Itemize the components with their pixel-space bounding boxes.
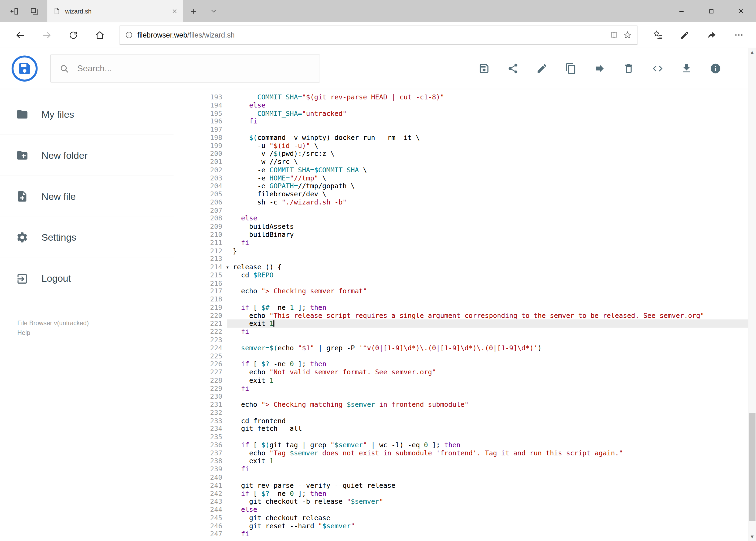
code-line-text[interactable]: sh -c "./wizard.sh -b" bbox=[227, 198, 748, 206]
code-line-text[interactable] bbox=[227, 473, 748, 481]
maximize-button[interactable] bbox=[696, 0, 726, 22]
code-line[interactable]: 227 echo "Not valid semver format. See s… bbox=[195, 368, 748, 376]
address-bar[interactable]: filebrowser.web/files/wizard.sh bbox=[120, 25, 637, 45]
move-button[interactable] bbox=[586, 54, 614, 83]
code-line[interactable]: 217 echo "> Checking semver format" bbox=[195, 287, 748, 295]
web-note-button[interactable] bbox=[671, 22, 698, 48]
code-line-text[interactable]: filebrowser/dev \ bbox=[227, 190, 748, 198]
code-line-text[interactable]: fi bbox=[227, 384, 748, 392]
tab-close-button[interactable] bbox=[172, 8, 177, 14]
back-button[interactable] bbox=[7, 22, 33, 48]
code-line-text[interactable]: if [ $# -ne 1 ]; then bbox=[227, 303, 748, 311]
code-line-text[interactable]: -v /$(pwd):/src:z \ bbox=[227, 150, 748, 158]
edit-button[interactable] bbox=[527, 54, 556, 83]
line-number[interactable]: 223 bbox=[195, 336, 227, 344]
code-line[interactable]: 197 bbox=[195, 126, 748, 134]
home-button[interactable] bbox=[86, 22, 113, 48]
line-number[interactable]: 211 bbox=[195, 239, 227, 247]
line-number[interactable]: 207 bbox=[195, 206, 227, 215]
line-number[interactable]: 203 bbox=[195, 174, 227, 182]
sidebar-item-new-file[interactable]: New file bbox=[0, 176, 173, 217]
line-number[interactable]: 230 bbox=[195, 392, 227, 400]
line-number[interactable]: 217 bbox=[195, 287, 227, 295]
help-link[interactable]: Help bbox=[17, 328, 195, 338]
code-line[interactable]: 196 fi bbox=[195, 118, 748, 126]
filebrowser-logo[interactable] bbox=[12, 55, 38, 81]
code-line[interactable]: 193 COMMIT_SHA="$(git rev-parse HEAD | c… bbox=[195, 93, 748, 101]
share-page-button[interactable] bbox=[698, 22, 725, 48]
line-number[interactable]: 199 bbox=[195, 142, 227, 150]
code-line-text[interactable]: -u "$(id -u)" \ bbox=[227, 142, 748, 150]
code-line[interactable]: 241 git rev-parse --verify --quiet relea… bbox=[195, 481, 748, 489]
code-line[interactable]: 245 git checkout release bbox=[195, 514, 748, 522]
code-line[interactable]: 234 git fetch --all bbox=[195, 425, 748, 433]
code-line[interactable]: 243 git checkout -b release "$semver" bbox=[195, 497, 748, 506]
line-number[interactable]: 200 bbox=[195, 150, 227, 158]
code-line[interactable]: 230 bbox=[195, 392, 748, 400]
line-number[interactable]: 209 bbox=[195, 223, 227, 231]
code-line[interactable]: 216 bbox=[195, 279, 748, 287]
tab-preview-toggle[interactable] bbox=[203, 0, 224, 22]
code-line[interactable]: 239 fi bbox=[195, 465, 748, 473]
code-line-text[interactable]: if [ $(git tag | grep "$semver" | wc -l)… bbox=[227, 441, 748, 449]
refresh-button[interactable] bbox=[60, 22, 86, 48]
code-line-text[interactable]: git checkout -b release "$semver" bbox=[227, 497, 748, 506]
code-line-text[interactable]: cd $REPO bbox=[227, 271, 748, 279]
code-line[interactable]: 211 fi bbox=[195, 239, 748, 247]
code-line-text[interactable] bbox=[227, 352, 748, 360]
code-line-text[interactable]: exit 1 bbox=[227, 457, 748, 465]
code-line-text[interactable]: git checkout release bbox=[227, 514, 748, 522]
reading-view-button[interactable] bbox=[610, 31, 619, 40]
code-line-text[interactable]: echo "Tag $semver does not exist in subm… bbox=[227, 449, 748, 457]
new-tab-button[interactable] bbox=[183, 0, 203, 22]
code-line-text[interactable] bbox=[227, 336, 748, 344]
line-number[interactable]: 229 bbox=[195, 384, 227, 392]
code-line-text[interactable]: else bbox=[227, 506, 748, 514]
set-tabs-aside-button[interactable] bbox=[4, 0, 24, 22]
line-number[interactable]: 238 bbox=[195, 457, 227, 465]
code-line[interactable]: 194 else bbox=[195, 101, 748, 109]
delete-button[interactable] bbox=[614, 54, 643, 83]
code-line-text[interactable]: release () { bbox=[227, 263, 748, 271]
code-line-text[interactable]: -w //src \ bbox=[227, 158, 748, 166]
line-number[interactable]: 240 bbox=[195, 473, 227, 481]
close-window-button[interactable] bbox=[726, 0, 756, 22]
code-line-text[interactable]: fi bbox=[227, 239, 748, 247]
favorite-star-button[interactable] bbox=[623, 31, 632, 40]
code-line-text[interactable]: git reset --hard "$semver" bbox=[227, 522, 748, 530]
line-number[interactable]: 201 bbox=[195, 158, 227, 166]
code-line-text[interactable]: if [ $? -ne 0 ]; then bbox=[227, 360, 748, 368]
more-menu-button[interactable] bbox=[725, 22, 752, 48]
code-line-text[interactable]: } bbox=[227, 247, 748, 255]
code-line[interactable]: 224 semver=$(echo "$1" | grep -P '^v(0|[… bbox=[195, 344, 748, 352]
line-number[interactable]: 228 bbox=[195, 376, 227, 384]
code-line-text[interactable]: COMMIT_SHA="$(git rev-parse HEAD | cut -… bbox=[227, 93, 748, 101]
code-line[interactable]: 198 $(command -v winpty) docker run --rm… bbox=[195, 134, 748, 142]
line-number[interactable]: 224 bbox=[195, 344, 227, 352]
line-number[interactable]: 225 bbox=[195, 352, 227, 360]
tabs-set-aside-button[interactable] bbox=[24, 0, 44, 22]
minimize-button[interactable] bbox=[666, 0, 696, 22]
line-number[interactable]: 216 bbox=[195, 279, 227, 287]
line-number[interactable]: 212 bbox=[195, 247, 227, 255]
code-line[interactable]: 207 bbox=[195, 206, 748, 215]
line-number[interactable]: 194 bbox=[195, 101, 227, 109]
code-line[interactable]: 235 bbox=[195, 433, 748, 441]
code-line[interactable]: 213 bbox=[195, 255, 748, 263]
code-line-text[interactable] bbox=[227, 255, 748, 263]
scroll-down-arrow[interactable]: ▼ bbox=[748, 533, 756, 541]
code-line[interactable]: 246 git reset --hard "$semver" bbox=[195, 522, 748, 530]
code-line[interactable]: 223 bbox=[195, 336, 748, 344]
save-button[interactable] bbox=[470, 54, 499, 83]
code-line-text[interactable]: exit 1 bbox=[227, 376, 748, 384]
browser-tab[interactable]: wizard.sh bbox=[47, 0, 183, 22]
code-line-text[interactable]: semver=$(echo "$1" | grep -P '^v(0|[1-9]… bbox=[227, 344, 748, 352]
code-line[interactable]: 244 else bbox=[195, 506, 748, 514]
download-button[interactable] bbox=[672, 54, 701, 83]
line-number[interactable]: 237 bbox=[195, 449, 227, 457]
sidebar-item-new-folder[interactable]: New folder bbox=[0, 135, 173, 176]
code-line[interactable]: 209 buildAssets bbox=[195, 223, 748, 231]
line-number[interactable]: 243 bbox=[195, 497, 227, 506]
code-line[interactable]: 222 fi bbox=[195, 327, 748, 336]
code-line-text[interactable]: echo "This release script requires a sin… bbox=[227, 311, 748, 319]
